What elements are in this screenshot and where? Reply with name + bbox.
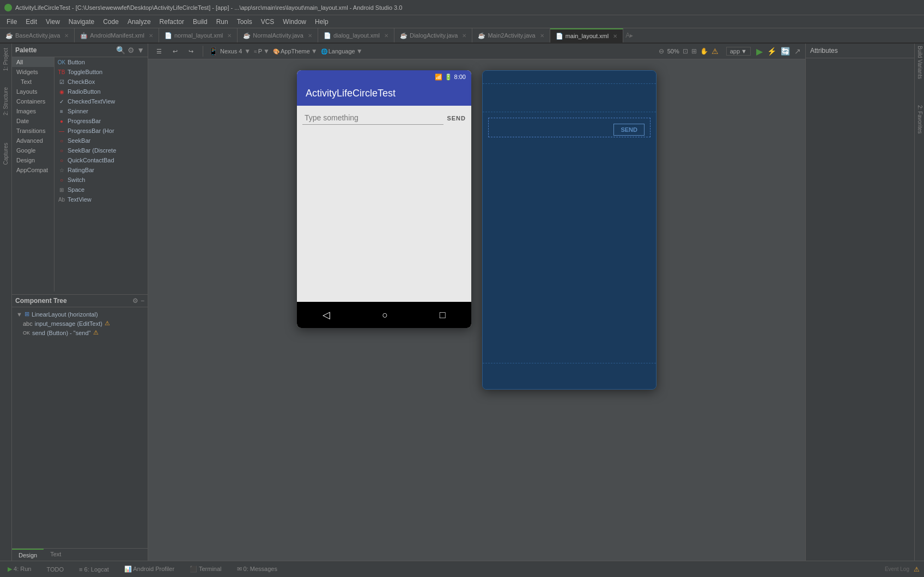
palette-cat-containers[interactable]: Containers [12,96,54,106]
more-tabs-button[interactable]: A▸ [623,28,635,42]
palette-item-checkbox[interactable]: ☑ CheckBox [54,77,148,87]
tab-close-icon[interactable]: ✕ [149,33,153,39]
palette-item-togglebutton[interactable]: TB ToggleButton [54,67,148,77]
phone-back-button[interactable]: ◁ [323,309,330,321]
palette-item-spinner[interactable]: ≡ Spinner [54,106,148,116]
warning-banner-icon[interactable]: ⚠ [712,47,719,56]
phone-recents-button[interactable]: □ [440,309,446,321]
menu-analyze[interactable]: Analyze [123,17,155,27]
palette-cat-transitions[interactable]: Transitions [12,126,54,136]
palette-cat-text[interactable]: Text [12,77,54,87]
phone-input-field[interactable] [302,111,443,125]
tab-main-layout[interactable]: 📄 main_layout.xml ✕ [550,28,623,42]
vtab-favorites[interactable]: 2: Favorites [915,103,924,136]
tab-normal-layout[interactable]: 📄 normal_layout.xml ✕ [159,28,238,42]
build-button[interactable]: ⚡ [767,47,776,56]
palette-cat-design[interactable]: Design [12,155,54,165]
fit-screen-icon[interactable]: ⊡ [683,47,688,55]
language-selector[interactable]: 🌐 Language ▼ [321,47,363,55]
component-tree-collapse-icon[interactable]: − [141,297,144,305]
run-button[interactable]: ▶ [756,46,763,57]
menu-vcs[interactable]: VCS [257,17,279,27]
redo-button[interactable]: ↪ [185,46,197,57]
pan-mode-icon[interactable]: ✋ [700,47,708,55]
tab-close-icon[interactable]: ✕ [64,33,69,39]
palette-toggle-button[interactable]: ☰ [153,46,166,57]
palette-item-seekbar[interactable]: ○ SeekBar [54,136,148,145]
menu-help[interactable]: Help [311,17,333,27]
palette-item-radiobutton[interactable]: ◉ RadioButton [54,87,148,96]
sdk-button[interactable]: ↗ [794,47,801,56]
menu-edit[interactable]: Edit [21,17,41,27]
tab-dialog-activity[interactable]: ☕ DialogActivity.java ✕ [394,28,472,42]
menu-code[interactable]: Code [99,17,123,27]
tab-base-activity[interactable]: ☕ BaseActivity.java ✕ [0,28,75,42]
menu-refactor[interactable]: Refactor [155,17,189,27]
vtab-structure[interactable]: 2: Structure [2,85,10,118]
vtab-build-variants[interactable]: Build Variants [915,44,924,81]
menu-file[interactable]: File [2,17,21,27]
menu-run[interactable]: Run [212,17,233,27]
palette-item-switch[interactable]: ○ Switch [54,175,148,185]
bottom-tab-messages[interactable]: ✉ 0: Messages [234,564,281,574]
vtab-project[interactable]: 1: Project [2,46,10,73]
component-tree-item-input[interactable]: abc input_message (EditText) ⚠ [12,319,148,328]
palette-item-textview[interactable]: Ab TextView [54,195,148,204]
tab-main2-activity[interactable]: ☕ Main2Activity.java ✕ [472,28,550,42]
palette-cat-date[interactable]: Date [12,116,54,126]
palette-cat-appcompat[interactable]: AppCompat [12,165,54,175]
sync-button[interactable]: 🔄 [781,47,790,56]
palette-cat-layouts[interactable]: Layouts [12,87,54,96]
palette-search-icon[interactable]: 🔍 [116,46,125,54]
menu-window[interactable]: Window [278,17,311,27]
palette-cat-all[interactable]: All [12,57,54,67]
menu-view[interactable]: View [41,17,64,27]
zoom-out-icon[interactable]: ⊖ [659,47,664,55]
tab-design[interactable]: Design [12,549,44,561]
palette-item-seekbar-discrete[interactable]: ○ SeekBar (Discrete [54,145,148,155]
tab-close-icon[interactable]: ✕ [613,33,617,39]
palette-item-button[interactable]: OK Button [54,57,148,67]
palette-item-quickcontact[interactable]: ○ QuickContactBad [54,155,148,165]
tab-close-icon[interactable]: ✕ [462,33,466,39]
component-tree-settings-icon[interactable]: ⚙ [132,297,138,305]
palette-item-space[interactable]: ⊞ Space [54,185,148,195]
tab-dialog-layout[interactable]: 📄 dialog_layout.xml ✕ [318,28,394,42]
phone-home-button[interactable]: ○ [382,309,388,321]
palette-item-progressbar[interactable]: ● ProgressBar [54,116,148,126]
bottom-tab-profiler[interactable]: 📊 Android Profiler [121,564,178,574]
palette-item-checkedtextview[interactable]: ✓ CheckedTextView [54,96,148,106]
app-selector[interactable]: app ▼ [726,47,751,56]
tab-text[interactable]: Text [44,549,68,561]
phone-send-button[interactable]: SEND [447,115,466,122]
menu-tools[interactable]: Tools [233,17,257,27]
api-selector[interactable]: ≈ P ▼ [254,47,270,55]
palette-cat-advanced[interactable]: Advanced [12,136,54,145]
palette-cat-widgets[interactable]: Widgets [12,67,54,77]
tab-close-icon[interactable]: ✕ [308,33,312,39]
bottom-tab-todo[interactable]: TODO [43,565,67,574]
palette-item-ratingbar[interactable]: ☆ RatingBar [54,165,148,175]
palette-filter-icon[interactable]: ▼ [137,46,144,54]
bottom-tab-logcat[interactable]: ≡ 6: Logcat [76,565,112,574]
palette-cat-images[interactable]: Images [12,106,54,116]
theme-selector[interactable]: 🎨 AppTheme ▼ [273,47,318,55]
tab-androidmanifest[interactable]: 🤖 AndroidManifest.xml ✕ [75,28,159,42]
palette-cat-google[interactable]: Google [12,145,54,155]
tab-close-icon[interactable]: ✕ [227,33,232,39]
palette-settings-icon[interactable]: ⚙ [127,46,135,54]
tab-normal-activity[interactable]: ☕ NormalActivity.java ✕ [238,28,318,42]
bottom-tab-terminal[interactable]: ⬛ Terminal [186,564,224,574]
component-tree-item-linearlayout[interactable]: ▼ ⊞ LinearLayout (horizontal) [12,309,148,319]
blueprint-send-button[interactable]: SEND [613,124,645,136]
vtab-captures[interactable]: Captures [2,141,10,167]
zoom-to-fit-icon[interactable]: ⊞ [691,47,697,55]
device-selector[interactable]: 📱 Nexus 4 ▼ [209,47,251,56]
component-tree-item-send[interactable]: OK send (Button) - "send" ⚠ [12,328,148,337]
bottom-tab-run[interactable]: ▶ 4: Run [4,564,34,574]
menu-navigate[interactable]: Navigate [64,17,99,27]
tab-close-icon[interactable]: ✕ [384,33,388,39]
menu-build[interactable]: Build [189,17,212,27]
palette-item-progressbar-hor[interactable]: — ProgressBar (Hor [54,126,148,136]
tab-close-icon[interactable]: ✕ [540,33,544,39]
